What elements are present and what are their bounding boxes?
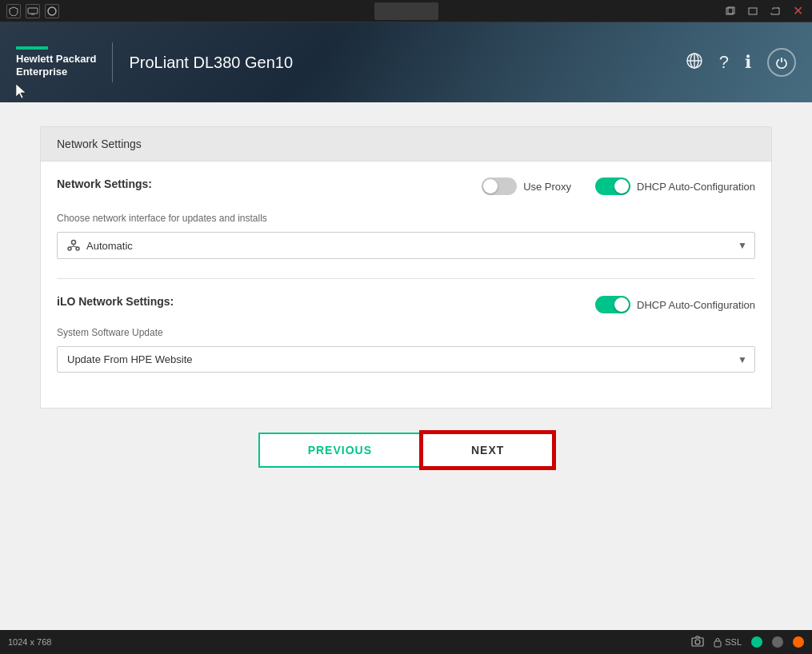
- resolution-text: 1024 x 768: [8, 637, 51, 647]
- ilo-dhcp-knob: [614, 297, 629, 312]
- ilo-dhcp-group: DHCP Auto-Configuration: [595, 296, 755, 313]
- dhcp-auto-group: DHCP Auto-Configuration: [595, 177, 755, 195]
- software-update-value: Update From HPE Website: [67, 353, 193, 365]
- svg-point-11: [72, 241, 76, 245]
- network-interface-dropdown-wrapper: Automatic ▼: [57, 232, 755, 259]
- section-divider: [57, 278, 755, 279]
- header-right: ? ℹ: [686, 48, 796, 77]
- network-settings-label: Network Settings:: [57, 177, 152, 190]
- status-dot-green: [751, 636, 762, 648]
- software-update-subtitle: System Software Update: [57, 327, 755, 338]
- svg-rect-0: [28, 8, 38, 14]
- status-dot-orange: [793, 636, 804, 648]
- lock-icon: [714, 637, 722, 648]
- circle-icon: [45, 4, 59, 18]
- ilo-dhcp-toggle[interactable]: [595, 296, 630, 313]
- header: Hewlett Packard Enterprise ProLiant DL38…: [0, 22, 812, 102]
- header-divider: [112, 42, 113, 82]
- next-button[interactable]: NEXT: [422, 433, 554, 468]
- dhcp-auto-knob: [614, 179, 629, 193]
- use-proxy-toggle[interactable]: [482, 177, 517, 195]
- settings-card: Network Settings Network Settings: Use P…: [40, 126, 772, 409]
- title-bar-right: ✕: [722, 5, 806, 18]
- restore-icon[interactable]: [722, 5, 738, 18]
- status-dot-gray: [772, 636, 783, 648]
- svg-rect-19: [714, 641, 721, 647]
- info-icon[interactable]: ℹ: [745, 52, 751, 73]
- ilo-dhcp-label: DHCP Auto-Configuration: [637, 299, 755, 311]
- svg-point-2: [48, 7, 56, 15]
- card-body: Network Settings: Use Proxy: [41, 162, 771, 408]
- company-name: Hewlett Packard Enterprise: [16, 53, 96, 78]
- shield-icon: [6, 4, 21, 18]
- ssl-badge: SSL: [714, 637, 742, 648]
- power-icon[interactable]: [767, 48, 796, 77]
- dhcp-auto-toggle[interactable]: [595, 177, 630, 195]
- status-right: SSL: [691, 636, 804, 648]
- use-proxy-label: Use Proxy: [523, 181, 571, 193]
- ilo-settings-label: iLO Network Settings:: [57, 295, 174, 308]
- help-icon[interactable]: ?: [719, 52, 729, 73]
- dropdown-value: Automatic: [67, 239, 133, 252]
- card-title: Network Settings: [57, 138, 142, 150]
- dhcp-auto-label: DHCP Auto-Configuration: [637, 181, 755, 193]
- interface-subtitle: Choose network interface for updates and…: [57, 213, 755, 224]
- hpe-brand-bar: [16, 46, 48, 50]
- previous-button[interactable]: PREVIOUS: [258, 433, 422, 468]
- title-bar-left: [6, 4, 59, 18]
- header-left: Hewlett Packard Enterprise ProLiant DL38…: [16, 42, 293, 82]
- use-proxy-knob: [483, 179, 498, 193]
- network-settings-section: Network Settings: Use Proxy: [57, 177, 755, 259]
- use-proxy-group: Use Proxy: [482, 177, 571, 195]
- ilo-settings-section: iLO Network Settings: DHCP Auto-Configur…: [57, 295, 755, 373]
- network-settings-controls: Use Proxy DHCP Auto-Configuration: [482, 177, 755, 195]
- title-bar-icons: [6, 4, 59, 18]
- display-icon: [26, 4, 40, 18]
- network-interface-dropdown[interactable]: Automatic: [57, 232, 755, 259]
- product-name: ProLiant DL380 Gen10: [129, 54, 293, 72]
- network-settings-icon: [67, 239, 80, 252]
- software-update-dropdown[interactable]: Update From HPE Website: [57, 346, 755, 373]
- svg-point-18: [695, 640, 700, 644]
- main-content: Network Settings Network Settings: Use P…: [0, 102, 812, 630]
- title-bar-center: [374, 2, 438, 20]
- software-update-dropdown-wrapper: Update From HPE Website ▼: [57, 346, 755, 373]
- close-icon[interactable]: ✕: [790, 5, 806, 18]
- button-row: PREVIOUS NEXT: [40, 433, 772, 468]
- camera-icon: [691, 636, 704, 648]
- maximize-icon[interactable]: [767, 5, 783, 18]
- svg-rect-5: [749, 8, 757, 14]
- status-bar: 1024 x 768 SSL: [0, 630, 812, 654]
- minimize-icon[interactable]: [745, 5, 761, 18]
- card-header: Network Settings: [41, 127, 771, 162]
- globe-icon[interactable]: [686, 52, 703, 74]
- hpe-logo: Hewlett Packard Enterprise: [16, 46, 96, 78]
- title-bar: ✕: [0, 0, 812, 22]
